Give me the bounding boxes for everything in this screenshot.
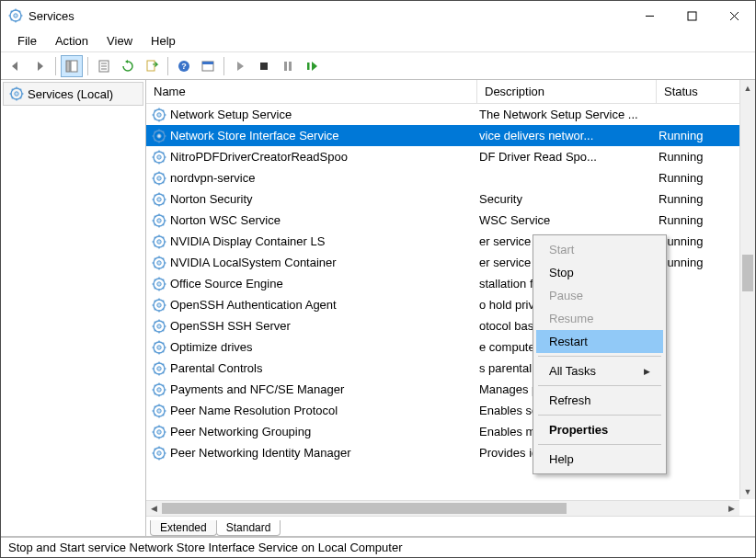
tab-extended[interactable]: Extended	[150, 520, 217, 536]
service-description: The Network Setup Service ...	[477, 108, 657, 121]
service-name: Network Setup Service	[170, 108, 292, 121]
service-description: vice delivers networ...	[477, 129, 657, 142]
service-name: Payments and NFC/SE Manager	[170, 382, 344, 396]
svg-rect-11	[688, 12, 696, 20]
window-title: Services	[29, 9, 628, 23]
svg-rect-15	[71, 61, 77, 72]
service-name: Network Store Interface Service	[170, 129, 339, 142]
service-row[interactable]: nordvpn-serviceRunning	[146, 167, 755, 188]
ctx-restart[interactable]: Restart	[536, 330, 663, 353]
ctx-help[interactable]: Help	[536, 448, 663, 471]
start-service-button[interactable]	[229, 55, 251, 77]
show-tree-button[interactable]	[61, 55, 83, 77]
column-header-name[interactable]: Name	[146, 80, 477, 103]
scroll-down-icon[interactable]: ▼	[740, 484, 755, 499]
tree-root-item[interactable]: Services (Local)	[3, 82, 143, 106]
help-button[interactable]: ?	[173, 55, 195, 77]
ctx-refresh[interactable]: Refresh	[536, 389, 663, 412]
scroll-right-icon[interactable]: ▶	[724, 501, 739, 516]
scroll-up-icon[interactable]: ▲	[740, 80, 755, 96]
menu-view[interactable]: View	[97, 32, 142, 50]
maximize-button[interactable]	[670, 1, 713, 30]
service-row[interactable]: Network Setup ServiceThe Network Setup S…	[146, 104, 755, 125]
service-row[interactable]: Network Store Interface Servicevice deli…	[146, 125, 755, 146]
ctx-start: Start	[536, 238, 663, 261]
nav-forward-button[interactable]	[29, 55, 51, 77]
refresh-button[interactable]	[117, 55, 139, 77]
status-text: Stop and Start service Network Store Int…	[8, 541, 402, 554]
services-app-icon	[8, 8, 23, 23]
export-button[interactable]	[141, 55, 163, 77]
gear-icon	[152, 319, 166, 334]
gear-icon	[152, 277, 166, 291]
svg-rect-14	[66, 61, 70, 72]
submenu-arrow-icon: ▶	[644, 367, 650, 376]
title-bar: Services	[1, 1, 755, 30]
tree-root-label: Services (Local)	[28, 87, 113, 101]
ctx-pause: Pause	[536, 284, 663, 307]
ctx-stop[interactable]: Stop	[536, 261, 663, 284]
gear-icon	[152, 446, 166, 461]
service-name: Peer Networking Identity Manager	[170, 446, 351, 460]
service-name: Parental Controls	[170, 361, 262, 375]
console-button[interactable]	[197, 55, 219, 77]
gear-icon	[9, 86, 24, 101]
menu-action[interactable]: Action	[46, 32, 97, 50]
ctx-properties[interactable]: Properties	[536, 418, 663, 441]
ctx-separator	[538, 444, 661, 445]
view-tabs: Extended Standard	[146, 516, 755, 536]
gear-icon	[152, 361, 166, 376]
tab-standard[interactable]: Standard	[216, 520, 281, 536]
menu-file[interactable]: File	[8, 32, 46, 50]
close-button[interactable]	[713, 1, 755, 30]
service-name: Office Source Engine	[170, 277, 283, 290]
stop-service-button[interactable]	[253, 55, 275, 77]
toolbar: ?	[1, 52, 755, 80]
service-row[interactable]: Norton WSC ServiceWSC ServiceRunning	[146, 210, 755, 231]
service-name: OpenSSH Authentication Agent	[170, 298, 337, 312]
gear-icon	[152, 404, 166, 418]
scrollbar-thumb[interactable]	[162, 503, 567, 514]
service-name: Peer Name Resolution Protocol	[170, 404, 338, 417]
service-name: Peer Networking Grouping	[170, 425, 311, 438]
service-row[interactable]: NitroPDFDriverCreatorReadSpooDF Driver R…	[146, 146, 755, 167]
menu-bar: File Action View Help	[1, 30, 755, 52]
service-name: OpenSSH SSH Server	[170, 319, 291, 333]
properties-button[interactable]	[93, 55, 115, 77]
svg-rect-25	[260, 63, 268, 70]
svg-rect-27	[289, 62, 292, 71]
service-name: Norton Security	[170, 192, 253, 206]
service-description: WSC Service	[477, 213, 657, 227]
scrollbar-thumb[interactable]	[742, 255, 753, 291]
minimize-button[interactable]	[628, 1, 670, 30]
menu-help[interactable]: Help	[142, 32, 185, 50]
gear-icon	[152, 150, 166, 165]
pause-service-button[interactable]	[277, 55, 299, 77]
status-bar: Stop and Start service Network Store Int…	[1, 537, 755, 557]
ctx-separator	[538, 356, 661, 357]
vertical-scrollbar[interactable]: ▲ ▼	[739, 80, 755, 499]
scroll-left-icon[interactable]: ◀	[146, 501, 162, 516]
service-description: Security	[477, 192, 657, 206]
service-name: NVIDIA LocalSystem Container	[170, 256, 337, 269]
nav-back-button[interactable]	[5, 55, 27, 77]
restart-service-button[interactable]	[301, 55, 323, 77]
service-name: Norton WSC Service	[170, 213, 281, 227]
gear-icon	[152, 129, 166, 143]
list-pane: Name Description Status Network Setup Se…	[146, 80, 755, 536]
column-header-description[interactable]: Description	[477, 80, 657, 103]
ctx-all-tasks[interactable]: All Tasks ▶	[536, 359, 663, 382]
service-row[interactable]: Norton SecuritySecurityRunning	[146, 188, 755, 210]
gear-icon	[152, 298, 166, 313]
gear-icon	[152, 256, 166, 270]
svg-rect-24	[202, 62, 213, 64]
service-name: NitroPDFDriverCreatorReadSpoo	[170, 150, 348, 164]
list-header: Name Description Status	[146, 80, 755, 104]
svg-rect-28	[307, 63, 310, 70]
ctx-separator	[538, 415, 661, 416]
horizontal-scrollbar[interactable]: ◀ ▶	[146, 500, 739, 516]
gear-icon	[152, 108, 166, 122]
context-menu: Start Stop Pause Resume Restart All Task…	[533, 234, 667, 474]
service-name: nordvpn-service	[170, 171, 256, 185]
gear-icon	[152, 382, 166, 397]
